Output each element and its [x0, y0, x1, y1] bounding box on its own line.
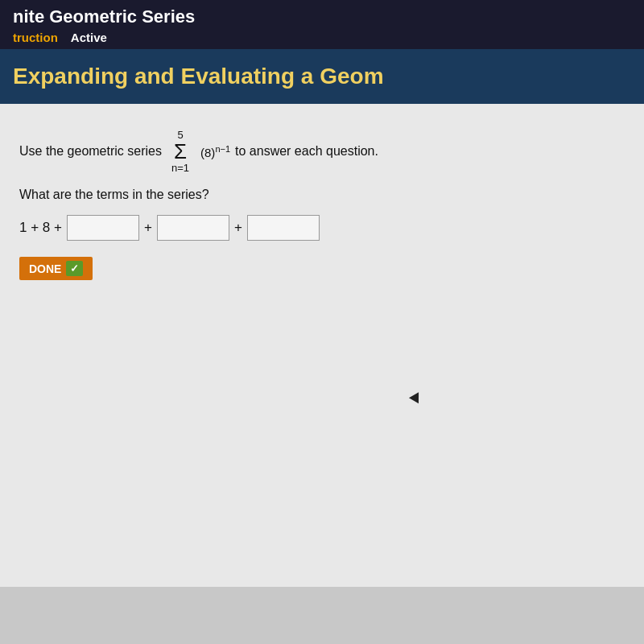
lesson-title: Expanding and Evaluating a Geom [13, 64, 384, 89]
done-button[interactable]: DONE ✓ [19, 257, 93, 280]
done-check-icon: ✓ [66, 261, 83, 276]
series-input-2[interactable] [157, 215, 229, 241]
nav-instruction-link[interactable]: truction [13, 31, 58, 44]
done-label: DONE [29, 262, 61, 275]
problem-statement: Use the geometric series 5 Σ n=1 (8)n−1 … [19, 130, 625, 173]
header-title-text: nite Geometric Series [13, 6, 195, 27]
sigma-expression: (8)n−1 [200, 144, 230, 159]
sigma-notation: 5 Σ n=1 [171, 130, 189, 173]
sigma-symbol: Σ [174, 141, 187, 162]
problem-outro-text: to answer each question. [235, 144, 378, 159]
series-input-3[interactable] [247, 215, 320, 241]
plus-2: + [234, 220, 242, 236]
page-title: nite Geometric Series [13, 6, 631, 31]
plus-1: + [144, 220, 152, 236]
series-input-row: 1 + 8 + + + [19, 215, 625, 241]
series-prefix-label: 1 + 8 + [19, 220, 62, 236]
lesson-title-bar: Expanding and Evaluating a Geom [0, 49, 644, 104]
question-text: What are the terms in the series? [19, 188, 625, 202]
top-bar: nite Geometric Series truction Active [0, 0, 644, 49]
series-input-1[interactable] [67, 215, 139, 241]
problem-intro-text: Use the geometric series [19, 144, 162, 159]
content-area: Use the geometric series 5 Σ n=1 (8)n−1 … [0, 104, 644, 587]
sigma-exponent: n−1 [215, 144, 230, 154]
nav-active-label: Active [71, 31, 107, 44]
sigma-base: (8) [200, 146, 215, 159]
question-label: What are the terms in the series? [19, 188, 209, 201]
sigma-bottom: n=1 [171, 163, 189, 173]
top-nav: truction Active [13, 31, 631, 49]
